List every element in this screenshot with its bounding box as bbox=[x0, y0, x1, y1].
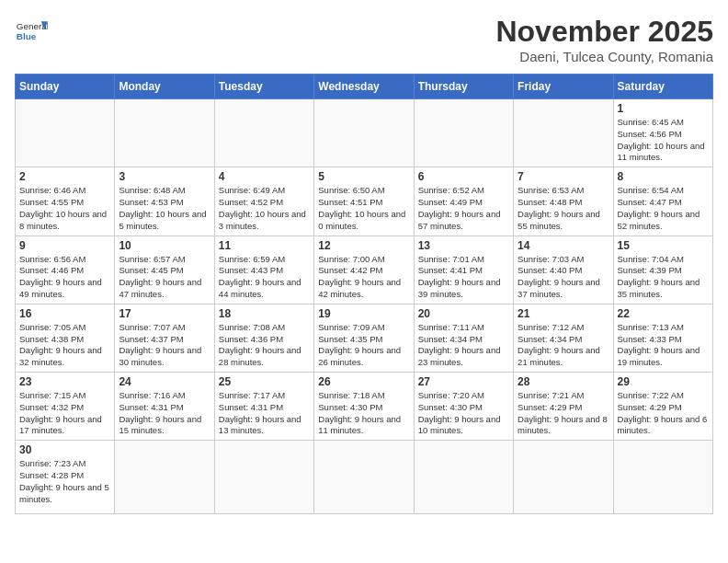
day-content: Sunrise: 6:48 AM Sunset: 4:53 PM Dayligh… bbox=[119, 185, 210, 232]
day-content: Sunrise: 7:11 AM Sunset: 4:34 PM Dayligh… bbox=[418, 322, 509, 369]
day-number: 22 bbox=[618, 307, 709, 320]
calendar-cell: 27Sunrise: 7:20 AM Sunset: 4:30 PM Dayli… bbox=[414, 373, 513, 441]
day-content: Sunrise: 7:12 AM Sunset: 4:34 PM Dayligh… bbox=[518, 322, 609, 369]
calendar-cell: 8Sunrise: 6:54 AM Sunset: 4:47 PM Daylig… bbox=[613, 167, 712, 236]
calendar-week-row: 1Sunrise: 6:45 AM Sunset: 4:56 PM Daylig… bbox=[16, 99, 713, 167]
day-number: 10 bbox=[119, 239, 210, 252]
day-content: Sunrise: 7:00 AM Sunset: 4:42 PM Dayligh… bbox=[318, 254, 409, 301]
calendar-cell: 19Sunrise: 7:09 AM Sunset: 4:35 PM Dayli… bbox=[314, 304, 414, 372]
calendar-cell bbox=[214, 441, 313, 514]
calendar-table: SundayMondayTuesdayWednesdayThursdayFrid… bbox=[15, 74, 713, 514]
calendar-cell: 20Sunrise: 7:11 AM Sunset: 4:34 PM Dayli… bbox=[414, 304, 513, 372]
calendar-cell: 23Sunrise: 7:15 AM Sunset: 4:32 PM Dayli… bbox=[16, 373, 115, 441]
calendar-week-row: 9Sunrise: 6:56 AM Sunset: 4:46 PM Daylig… bbox=[16, 236, 713, 304]
calendar-cell: 28Sunrise: 7:21 AM Sunset: 4:29 PM Dayli… bbox=[514, 373, 613, 441]
day-number: 28 bbox=[518, 375, 609, 388]
calendar-cell: 11Sunrise: 6:59 AM Sunset: 4:43 PM Dayli… bbox=[214, 236, 313, 304]
logo: General Blue bbox=[15, 15, 48, 48]
day-number: 8 bbox=[618, 170, 709, 183]
day-number: 18 bbox=[219, 307, 310, 320]
day-number: 15 bbox=[618, 239, 709, 252]
day-content: Sunrise: 7:18 AM Sunset: 4:30 PM Dayligh… bbox=[318, 390, 409, 437]
day-number: 16 bbox=[19, 307, 110, 320]
calendar-cell: 5Sunrise: 6:50 AM Sunset: 4:51 PM Daylig… bbox=[314, 167, 414, 236]
column-header-sunday: Sunday bbox=[16, 75, 115, 99]
day-number: 24 bbox=[119, 375, 210, 388]
day-content: Sunrise: 7:03 AM Sunset: 4:40 PM Dayligh… bbox=[518, 254, 609, 301]
calendar-cell: 30Sunrise: 7:23 AM Sunset: 4:28 PM Dayli… bbox=[16, 441, 115, 514]
calendar-cell: 2Sunrise: 6:46 AM Sunset: 4:55 PM Daylig… bbox=[16, 167, 115, 236]
calendar-header-row: SundayMondayTuesdayWednesdayThursdayFrid… bbox=[16, 75, 713, 99]
calendar-week-row: 30Sunrise: 7:23 AM Sunset: 4:28 PM Dayli… bbox=[16, 441, 713, 514]
day-content: Sunrise: 7:15 AM Sunset: 4:32 PM Dayligh… bbox=[19, 390, 110, 437]
calendar-cell: 9Sunrise: 6:56 AM Sunset: 4:46 PM Daylig… bbox=[16, 236, 115, 304]
day-number: 23 bbox=[19, 375, 110, 388]
calendar-cell: 15Sunrise: 7:04 AM Sunset: 4:39 PM Dayli… bbox=[613, 236, 712, 304]
day-number: 17 bbox=[119, 307, 210, 320]
day-content: Sunrise: 7:13 AM Sunset: 4:33 PM Dayligh… bbox=[618, 322, 709, 369]
day-number: 14 bbox=[518, 239, 609, 252]
day-content: Sunrise: 6:46 AM Sunset: 4:55 PM Dayligh… bbox=[19, 185, 110, 232]
calendar-cell bbox=[514, 99, 613, 167]
day-content: Sunrise: 7:23 AM Sunset: 4:28 PM Dayligh… bbox=[19, 458, 110, 505]
day-content: Sunrise: 7:07 AM Sunset: 4:37 PM Dayligh… bbox=[119, 322, 210, 369]
day-content: Sunrise: 7:20 AM Sunset: 4:30 PM Dayligh… bbox=[418, 390, 509, 437]
calendar-cell bbox=[613, 441, 712, 514]
day-content: Sunrise: 6:57 AM Sunset: 4:45 PM Dayligh… bbox=[119, 254, 210, 301]
column-header-tuesday: Tuesday bbox=[214, 75, 313, 99]
column-header-thursday: Thursday bbox=[414, 75, 513, 99]
day-number: 12 bbox=[318, 239, 409, 252]
calendar-cell bbox=[214, 99, 313, 167]
calendar-cell: 3Sunrise: 6:48 AM Sunset: 4:53 PM Daylig… bbox=[115, 167, 214, 236]
calendar-cell bbox=[314, 99, 414, 167]
calendar-cell: 29Sunrise: 7:22 AM Sunset: 4:29 PM Dayli… bbox=[613, 373, 712, 441]
generalblue-logo-icon: General Blue bbox=[15, 15, 48, 48]
calendar-cell bbox=[414, 99, 513, 167]
calendar-cell bbox=[16, 99, 115, 167]
calendar-cell: 6Sunrise: 6:52 AM Sunset: 4:49 PM Daylig… bbox=[414, 167, 513, 236]
calendar-cell: 24Sunrise: 7:16 AM Sunset: 4:31 PM Dayli… bbox=[115, 373, 214, 441]
calendar-cell bbox=[115, 99, 214, 167]
day-content: Sunrise: 6:49 AM Sunset: 4:52 PM Dayligh… bbox=[219, 185, 310, 232]
day-content: Sunrise: 7:04 AM Sunset: 4:39 PM Dayligh… bbox=[618, 254, 709, 301]
day-number: 2 bbox=[19, 170, 110, 183]
day-number: 20 bbox=[418, 307, 509, 320]
day-content: Sunrise: 6:52 AM Sunset: 4:49 PM Dayligh… bbox=[418, 185, 509, 232]
calendar-cell: 7Sunrise: 6:53 AM Sunset: 4:48 PM Daylig… bbox=[514, 167, 613, 236]
calendar-week-row: 16Sunrise: 7:05 AM Sunset: 4:38 PM Dayli… bbox=[16, 304, 713, 372]
day-number: 1 bbox=[618, 102, 709, 115]
day-number: 29 bbox=[618, 375, 709, 388]
day-content: Sunrise: 6:56 AM Sunset: 4:46 PM Dayligh… bbox=[19, 254, 110, 301]
day-content: Sunrise: 7:16 AM Sunset: 4:31 PM Dayligh… bbox=[119, 390, 210, 437]
column-header-friday: Friday bbox=[514, 75, 613, 99]
day-number: 3 bbox=[119, 170, 210, 183]
day-content: Sunrise: 6:59 AM Sunset: 4:43 PM Dayligh… bbox=[219, 254, 310, 301]
day-number: 9 bbox=[19, 239, 110, 252]
calendar-cell: 4Sunrise: 6:49 AM Sunset: 4:52 PM Daylig… bbox=[214, 167, 313, 236]
calendar-cell: 17Sunrise: 7:07 AM Sunset: 4:37 PM Dayli… bbox=[115, 304, 214, 372]
calendar-cell: 21Sunrise: 7:12 AM Sunset: 4:34 PM Dayli… bbox=[514, 304, 613, 372]
day-content: Sunrise: 7:05 AM Sunset: 4:38 PM Dayligh… bbox=[19, 322, 110, 369]
column-header-wednesday: Wednesday bbox=[314, 75, 414, 99]
day-content: Sunrise: 7:21 AM Sunset: 4:29 PM Dayligh… bbox=[518, 390, 609, 437]
calendar-cell: 25Sunrise: 7:17 AM Sunset: 4:31 PM Dayli… bbox=[214, 373, 313, 441]
page-header: General Blue November 2025 Daeni, Tulcea… bbox=[15, 15, 713, 64]
column-header-saturday: Saturday bbox=[613, 75, 712, 99]
day-number: 4 bbox=[219, 170, 310, 183]
calendar-cell: 16Sunrise: 7:05 AM Sunset: 4:38 PM Dayli… bbox=[16, 304, 115, 372]
calendar-cell bbox=[115, 441, 214, 514]
day-number: 21 bbox=[518, 307, 609, 320]
day-number: 27 bbox=[418, 375, 509, 388]
day-number: 11 bbox=[219, 239, 310, 252]
location-subtitle: Daeni, Tulcea County, Romania bbox=[495, 49, 713, 64]
day-content: Sunrise: 6:45 AM Sunset: 4:56 PM Dayligh… bbox=[618, 117, 709, 164]
calendar-cell: 10Sunrise: 6:57 AM Sunset: 4:45 PM Dayli… bbox=[115, 236, 214, 304]
calendar-cell: 14Sunrise: 7:03 AM Sunset: 4:40 PM Dayli… bbox=[514, 236, 613, 304]
calendar-cell bbox=[514, 441, 613, 514]
svg-text:Blue: Blue bbox=[17, 31, 37, 41]
day-number: 19 bbox=[318, 307, 409, 320]
day-number: 5 bbox=[318, 170, 409, 183]
calendar-cell: 18Sunrise: 7:08 AM Sunset: 4:36 PM Dayli… bbox=[214, 304, 313, 372]
month-title: November 2025 bbox=[495, 15, 713, 49]
day-number: 26 bbox=[318, 375, 409, 388]
